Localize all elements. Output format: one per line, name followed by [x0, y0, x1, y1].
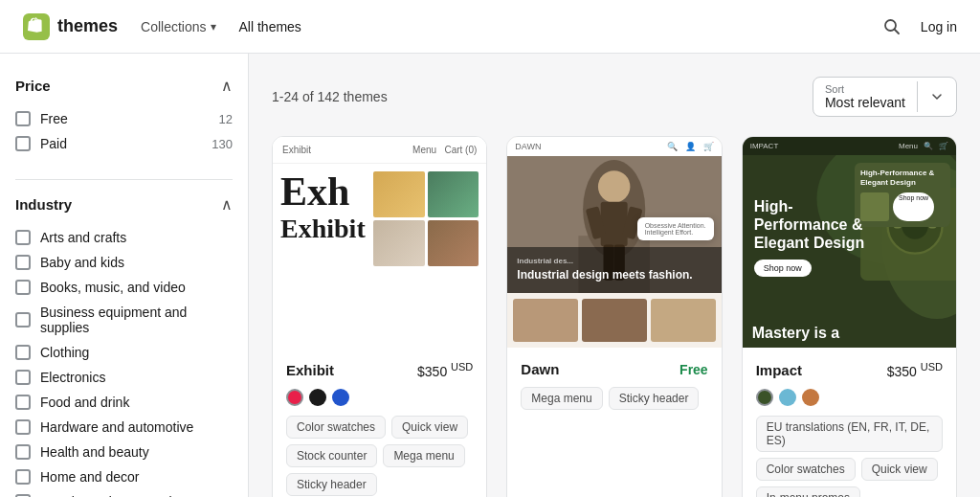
tag[interactable]: Color swatches: [286, 416, 386, 439]
tag[interactable]: Stock counter: [286, 444, 377, 467]
tag[interactable]: In-menu promos: [756, 486, 860, 497]
industry-checkbox[interactable]: [15, 230, 31, 245]
industry-checkbox[interactable]: [15, 469, 31, 485]
svg-line-2: [894, 29, 899, 34]
swatch[interactable]: [309, 389, 326, 406]
paid-checkbox[interactable]: [15, 136, 31, 151]
impact-name: Impact: [756, 362, 802, 378]
price-chevron-icon: ∧: [221, 77, 233, 95]
swatch[interactable]: [779, 389, 796, 406]
sort-value: Most relevant: [825, 95, 905, 110]
exhibit-price: $350 USD: [417, 361, 473, 379]
exhibit-tags: Color swatches Quick view Stock counter …: [286, 416, 473, 496]
filter-industry-item[interactable]: Books, music, and video: [15, 275, 233, 300]
industry-checkbox[interactable]: [15, 444, 31, 460]
industry-label: Arts and crafts: [40, 230, 126, 245]
login-button[interactable]: Log in: [921, 19, 957, 34]
price-filter-section: Price ∧ Free 12 Paid 130: [15, 77, 233, 156]
logo[interactable]: themes: [23, 13, 118, 40]
filter-paid[interactable]: Paid 130: [15, 131, 233, 156]
filter-industry-item[interactable]: Jewelry and accessories: [15, 489, 233, 497]
chevron-down-icon: [929, 89, 945, 104]
main-content: 1-24 of 142 themes Sort Most relevant: [249, 54, 980, 497]
search-button[interactable]: [879, 13, 905, 40]
industry-checkbox[interactable]: [15, 280, 31, 295]
dawn-hero-image: Industrial des... Industrial design meet…: [507, 156, 721, 293]
swatch[interactable]: [332, 389, 349, 406]
exhibit-preview: Exhibit Menu Cart (0) Exh Exhibit: [273, 137, 486, 348]
exhibit-swatches: [286, 389, 473, 406]
filter-free[interactable]: Free 12: [15, 106, 233, 131]
price-section-header[interactable]: Price ∧: [15, 77, 233, 95]
impact-bottom-text: Mastery is a: [743, 319, 956, 348]
header-right: Log in: [879, 13, 957, 40]
industry-label: Health and beauty: [40, 444, 149, 460]
content-header: 1-24 of 142 themes Sort Most relevant: [272, 77, 957, 117]
industry-label: Business equipment and supplies: [40, 305, 233, 335]
impact-hero: High-Performance & Elegant Design Shop n…: [743, 155, 956, 319]
exhibit-image-grid: [373, 171, 479, 266]
filter-industry-item[interactable]: Baby and kids: [15, 250, 233, 275]
swatch[interactable]: [802, 389, 819, 406]
dawn-product-row: [507, 293, 721, 348]
filter-industry-item[interactable]: Electronics: [15, 365, 233, 390]
tag[interactable]: Mega menu: [521, 387, 602, 410]
tag[interactable]: Quick view: [861, 458, 938, 481]
industry-list: Arts and crafts Baby and kids Books, mus…: [15, 225, 233, 497]
tag[interactable]: Color swatches: [756, 458, 856, 481]
free-checkbox[interactable]: [15, 111, 31, 126]
tag[interactable]: Sticky header: [286, 473, 377, 496]
svg-rect-7: [601, 202, 628, 247]
svg-point-6: [598, 170, 630, 202]
dawn-tags: Mega menu Sticky header: [521, 387, 707, 410]
tag[interactable]: Mega menu: [383, 444, 464, 467]
shopify-logo-icon: [23, 13, 50, 40]
dawn-price: Free: [679, 362, 708, 377]
filter-industry-item[interactable]: Arts and crafts: [15, 225, 233, 250]
filter-industry-item[interactable]: Home and decor: [15, 464, 233, 489]
swatch[interactable]: [756, 389, 773, 406]
filter-industry-item[interactable]: Clothing: [15, 340, 233, 365]
dawn-mini-card: Obsessive Attention. Intelligent Effort.: [637, 217, 714, 240]
sort-container[interactable]: Sort Most relevant: [813, 77, 957, 117]
chevron-down-icon: ▾: [211, 20, 216, 34]
filter-industry-item[interactable]: Business equipment and supplies: [15, 300, 233, 340]
filter-industry-item[interactable]: Hardware and automotive: [15, 415, 233, 440]
industry-checkbox[interactable]: [15, 395, 31, 410]
sort-dropdown-button[interactable]: [917, 81, 956, 112]
dawn-name: Dawn: [521, 361, 559, 377]
industry-checkbox[interactable]: [15, 370, 31, 385]
industry-label: Baby and kids: [40, 255, 124, 270]
industry-filter-title: Industry: [15, 196, 72, 213]
theme-card-impact: IMPACT Menu 🔍 🛒: [742, 136, 957, 497]
swatch[interactable]: [286, 389, 303, 406]
filter-industry-item[interactable]: Food and drink: [15, 390, 233, 415]
nav-collections-label: Collections: [141, 19, 206, 34]
industry-checkbox[interactable]: [15, 345, 31, 360]
price-filter-title: Price: [15, 78, 51, 94]
industry-section-header[interactable]: Industry ∧: [15, 195, 233, 214]
impact-info: Impact $350 USD EU translations (EN, FR,…: [743, 348, 956, 497]
industry-chevron-icon: ∧: [221, 195, 233, 214]
sidebar-divider: [15, 179, 233, 180]
tag[interactable]: Quick view: [391, 416, 468, 439]
impact-cta-btn[interactable]: Shop now: [754, 260, 812, 277]
dawn-info: Dawn Free Mega menu Sticky header: [507, 348, 721, 423]
nav-collections[interactable]: Collections ▾: [141, 15, 215, 38]
exhibit-hero: Exh Exhibit: [273, 164, 486, 348]
impact-swatches: [756, 389, 943, 406]
nav-all-themes[interactable]: All themes: [239, 15, 301, 38]
industry-label: Clothing: [40, 345, 89, 360]
filter-industry-item[interactable]: Health and beauty: [15, 440, 233, 464]
main-nav: Collections ▾: [141, 15, 215, 38]
impact-price: $350 USD: [887, 361, 943, 379]
industry-checkbox[interactable]: [15, 312, 31, 328]
impact-tags: EU translations (EN, FR, IT, DE, ES) Col…: [756, 416, 943, 497]
tag[interactable]: Sticky header: [609, 387, 700, 410]
industry-checkbox[interactable]: [15, 255, 31, 270]
tag[interactable]: EU translations (EN, FR, IT, DE, ES): [756, 416, 943, 452]
impact-preview: IMPACT Menu 🔍 🛒: [743, 137, 956, 348]
free-count: 12: [219, 112, 233, 126]
industry-checkbox[interactable]: [15, 419, 31, 435]
dawn-nav-bar: DAWN 🔍 👤 🛒: [507, 137, 721, 156]
